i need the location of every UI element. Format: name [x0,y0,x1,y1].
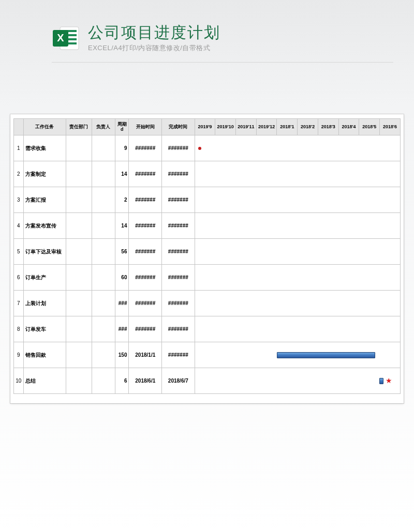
duration-cell[interactable]: 60 [115,265,129,291]
table-row[interactable]: 1需求收集9############## [14,135,401,161]
dept-cell[interactable] [66,161,92,187]
table-row[interactable]: 5订单下达及审核56############## [14,239,401,265]
task-name[interactable]: 订单生产 [23,265,66,291]
dept-cell[interactable] [66,187,92,213]
gantt-cell [195,161,400,187]
duration-cell[interactable]: ### [115,316,129,342]
col-month: 2018'5 [359,119,380,135]
task-name[interactable]: 上装计划 [23,291,66,316]
row-index[interactable]: 10 [14,368,24,394]
duration-cell[interactable]: 9 [115,135,129,161]
task-name[interactable]: 订单下达及审核 [23,239,66,265]
table-row[interactable]: 3方案汇报2############## [14,187,401,213]
table-row[interactable]: 4方案发布宣传14############## [14,213,401,239]
end-date[interactable]: ####### [162,291,195,316]
excel-icon: X [52,24,81,53]
table-row[interactable]: 7上装计划################# [14,291,401,316]
row-index[interactable]: 1 [14,135,24,161]
gantt-bar [379,378,383,384]
spreadsheet: 工作任务 责任部门 负责人 周期d 开始时间 完成时间 2019'9 2019'… [10,114,404,403]
task-name[interactable]: 订单发车 [23,316,66,342]
row-index[interactable]: 9 [14,342,24,368]
duration-cell[interactable]: 14 [115,161,129,187]
row-index[interactable]: 3 [14,187,24,213]
task-name[interactable]: 总结 [23,368,66,394]
row-index[interactable]: 5 [14,239,24,265]
col-month: 2018'3 [318,119,338,135]
row-index[interactable]: 6 [14,265,24,291]
start-date[interactable]: ####### [129,316,162,342]
owner-cell[interactable] [92,239,115,265]
end-date[interactable]: ####### [162,316,195,342]
header-divider [52,62,393,63]
end-date[interactable]: ####### [162,135,195,161]
duration-cell[interactable]: 150 [115,342,129,368]
start-date[interactable]: ####### [129,239,162,265]
table-row[interactable]: 6订单生产60############## [14,265,401,291]
col-month: 2018'4 [338,119,359,135]
gantt-cell [195,265,400,291]
col-month: 2019'9 [195,119,215,135]
duration-cell[interactable]: 6 [115,368,129,394]
col-month: 2019'11 [236,119,257,135]
task-name[interactable]: 方案发布宣传 [23,213,66,239]
duration-cell[interactable]: ### [115,291,129,316]
owner-cell[interactable] [92,265,115,291]
end-date[interactable]: ####### [162,213,195,239]
owner-cell[interactable] [92,291,115,316]
end-date[interactable]: ####### [162,161,195,187]
dept-cell[interactable] [66,135,92,161]
end-date[interactable]: ####### [162,342,195,368]
start-date[interactable]: ####### [129,291,162,316]
owner-cell[interactable] [92,316,115,342]
page-subtitle: EXCEL/A4打印/内容随意修改/自带格式 [88,43,220,53]
task-name[interactable]: 方案制定 [23,161,66,187]
start-date[interactable]: ####### [129,135,162,161]
duration-cell[interactable]: 2 [115,187,129,213]
start-date[interactable]: ####### [129,265,162,291]
table-row[interactable]: 9销售回款1502018/1/1####### [14,342,401,368]
dept-cell[interactable] [66,213,92,239]
end-date[interactable]: 2018/6/7 [162,368,195,394]
table-row[interactable]: 8订单发车################# [14,316,401,342]
end-date[interactable]: ####### [162,239,195,265]
row-index[interactable]: 2 [14,161,24,187]
task-name[interactable]: 方案汇报 [23,187,66,213]
dept-cell[interactable] [66,265,92,291]
end-date[interactable]: ####### [162,187,195,213]
row-index[interactable]: 8 [14,316,24,342]
gantt-cell [195,239,400,265]
dept-cell[interactable] [66,239,92,265]
duration-cell[interactable]: 56 [115,239,129,265]
header-row: 工作任务 责任部门 负责人 周期d 开始时间 完成时间 2019'9 2019'… [14,119,401,135]
start-date[interactable]: ####### [129,187,162,213]
col-month: 2018'6 [380,119,401,135]
gantt-cell [195,135,400,161]
owner-cell[interactable] [92,342,115,368]
owner-cell[interactable] [92,213,115,239]
owner-cell[interactable] [92,187,115,213]
duration-cell[interactable]: 14 [115,213,129,239]
start-date[interactable]: 2018/1/1 [129,342,162,368]
dept-cell[interactable] [66,368,92,394]
dept-cell[interactable] [66,316,92,342]
gantt-cell [195,342,400,368]
dept-cell[interactable] [66,342,92,368]
start-date[interactable]: ####### [129,213,162,239]
gantt-cell [195,213,400,239]
owner-cell[interactable] [92,135,115,161]
start-date[interactable]: ####### [129,161,162,187]
owner-cell[interactable] [92,161,115,187]
svg-text:X: X [57,32,64,43]
dept-cell[interactable] [66,291,92,316]
row-index[interactable]: 7 [14,291,24,316]
start-date[interactable]: 2018/6/1 [129,368,162,394]
end-date[interactable]: ####### [162,265,195,291]
table-row[interactable]: 2方案制定14############## [14,161,401,187]
table-row[interactable]: 10总结62018/6/12018/6/7★ [14,368,401,394]
row-index[interactable]: 4 [14,213,24,239]
col-month: 2019'10 [215,119,236,135]
task-name[interactable]: 销售回款 [23,342,66,368]
task-name[interactable]: 需求收集 [23,135,66,161]
owner-cell[interactable] [92,368,115,394]
